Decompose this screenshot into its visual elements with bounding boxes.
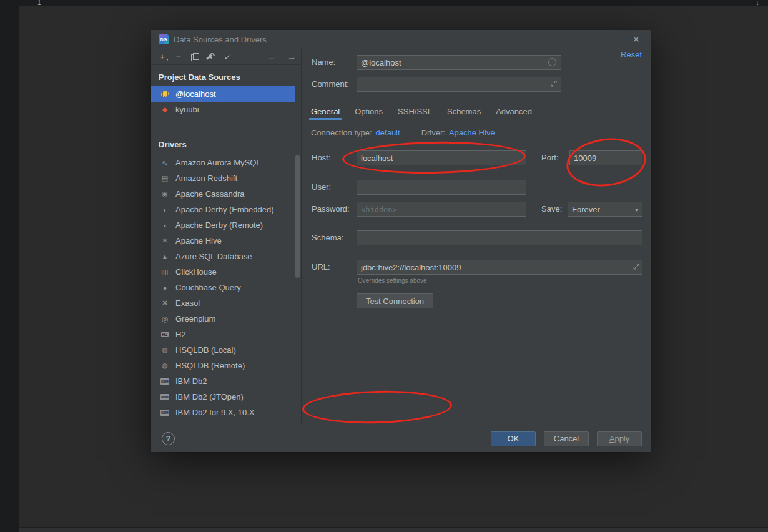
driver-label: Driver: <box>421 128 445 137</box>
exasol-icon <box>160 298 170 308</box>
port-input[interactable] <box>569 150 642 165</box>
redshift-icon <box>160 174 170 184</box>
driver-label: Amazon Aurora MySQL <box>175 158 261 167</box>
dialog-footer: ? OK Cancel Apply <box>151 425 651 452</box>
driver-item[interactable]: Azure SQL Database <box>151 249 295 264</box>
scrollbar-thumb[interactable] <box>295 155 300 278</box>
apply-button[interactable]: Apply <box>597 431 642 446</box>
connection-type-row: Connection type: default Driver: Apache … <box>311 128 495 137</box>
driver-label: Azure SQL Database <box>175 252 252 261</box>
driver-label: Exasol <box>175 298 200 308</box>
back-arrow-icon[interactable]: ← <box>265 52 278 62</box>
help-icon[interactable]: ? <box>162 432 175 445</box>
url-note: Overrides settings above <box>358 277 427 284</box>
data-source-item-localhost[interactable]: @localhost <box>151 86 295 102</box>
driver-item[interactable]: HSQLDB (Local) <box>151 342 295 358</box>
driver-item[interactable]: Amazon Redshift <box>151 170 295 186</box>
tab-general[interactable]: General <box>311 107 340 116</box>
aurora-mysql-icon <box>160 158 170 168</box>
save-dropdown[interactable]: Forever ▾ <box>568 202 642 217</box>
comment-label: Comment: <box>312 77 349 92</box>
ide-window: 1 DG Data Sources and Drivers × ← → Proj… <box>0 0 768 532</box>
schema-label: Schema: <box>312 230 343 245</box>
tab-schemas[interactable]: Schemas <box>447 107 481 116</box>
hive-bee-icon <box>160 89 170 99</box>
driver-item[interactable]: Apache Hive <box>151 233 295 249</box>
reset-link[interactable]: Reset <box>621 47 642 62</box>
expand-url-icon[interactable] <box>633 264 639 270</box>
ibm-db2-icon <box>160 392 170 402</box>
vcs-update-icon[interactable] <box>756 0 760 6</box>
driver-item[interactable]: Apache Cassandra <box>151 186 295 202</box>
chevron-down-icon: ▾ <box>635 206 638 213</box>
cassandra-icon <box>160 189 170 199</box>
add-icon[interactable] <box>157 52 167 62</box>
driver-label: HSQLDB (Remote) <box>175 361 245 370</box>
cancel-button[interactable]: Cancel <box>544 431 589 446</box>
driver-item[interactable]: Couchbase Query <box>151 280 295 295</box>
driver-link[interactable]: Apache Hive <box>449 128 495 137</box>
user-input[interactable] <box>357 180 526 195</box>
driver-label: IBM Db2 <box>175 377 207 386</box>
driver-list: Amazon Aurora MySQL Amazon Redshift Apac… <box>151 155 295 420</box>
url-input[interactable] <box>357 260 642 275</box>
data-source-label: kyuubi <box>175 105 199 114</box>
editor-line-number: 1 <box>37 0 41 6</box>
host-label: Host: <box>312 150 330 165</box>
driver-item[interactable]: Exasol <box>151 295 295 311</box>
close-icon[interactable]: × <box>629 34 643 45</box>
tab-bar-divider <box>302 119 651 119</box>
datagrip-app-icon: DG <box>159 34 169 44</box>
driver-item[interactable]: Apache Derby (Embedded) <box>151 202 295 217</box>
driver-item[interactable]: H2 <box>151 327 295 342</box>
tab-advanced[interactable]: Advanced <box>496 107 532 116</box>
driver-properties-wrench-icon[interactable] <box>206 52 216 62</box>
driver-item[interactable]: Apache Derby (Remote) <box>151 217 295 233</box>
driver-item[interactable]: Amazon Aurora MySQL <box>151 155 295 170</box>
driver-label: Greenplum <box>175 314 215 323</box>
name-label: Name: <box>312 55 335 70</box>
tab-ssh-ssl[interactable]: SSH/SSL <box>398 107 432 116</box>
driver-label: Apache Hive <box>175 236 222 245</box>
data-sources-dialog: DG Data Sources and Drivers × ← → Projec… <box>151 30 651 452</box>
driver-label: H2 <box>175 330 186 339</box>
data-sources-toolbar: ← → <box>151 49 301 65</box>
name-sync-indicator-icon <box>548 58 556 66</box>
driver-label: Apache Cassandra <box>175 189 245 199</box>
comment-input[interactable] <box>357 77 561 92</box>
host-input[interactable] <box>357 150 526 165</box>
driver-item[interactable]: IBM Db2 <box>151 373 295 389</box>
name-input[interactable] <box>357 55 561 70</box>
schema-input[interactable] <box>357 230 642 245</box>
drivers-header: Drivers <box>159 140 187 149</box>
driver-item[interactable]: IBM Db2 (JTOpen) <box>151 389 295 405</box>
driver-item[interactable]: IBM Db2 for 9.X, 10.X <box>151 405 295 420</box>
duplicate-icon[interactable] <box>190 52 200 62</box>
hsqldb-icon <box>160 345 170 355</box>
driver-item[interactable]: HSQLDB (Remote) <box>151 358 295 373</box>
data-source-item-kyuubi[interactable]: kyuubi <box>151 102 295 117</box>
remove-icon[interactable] <box>174 52 184 62</box>
driver-label: HSQLDB (Local) <box>175 345 236 355</box>
driver-label: IBM Db2 (JTOpen) <box>175 392 244 401</box>
section-separator <box>151 129 301 129</box>
driver-label: Amazon Redshift <box>175 174 237 183</box>
driver-label: Apache Derby (Remote) <box>175 220 263 230</box>
ok-button[interactable]: OK <box>491 431 536 446</box>
couchbase-icon <box>160 283 170 293</box>
driver-label: IBM Db2 for 9.X, 10.X <box>175 408 254 417</box>
expand-comment-icon[interactable] <box>551 81 557 87</box>
driver-label: Couchbase Query <box>175 283 241 292</box>
driver-item[interactable]: Greenplum <box>151 311 295 327</box>
import-icon[interactable] <box>222 52 232 62</box>
connection-type-label: Connection type: <box>311 128 372 137</box>
azure-sql-icon <box>160 252 170 262</box>
password-input[interactable] <box>357 202 526 217</box>
data-source-list: @localhost kyuubi <box>151 86 295 117</box>
test-connection-button[interactable]: Test Connection <box>357 293 433 308</box>
tab-options[interactable]: Options <box>355 107 383 116</box>
driver-item[interactable]: ClickHouse <box>151 264 295 280</box>
connection-type-link[interactable]: default <box>376 128 400 137</box>
forward-arrow-icon[interactable]: → <box>285 52 301 62</box>
driver-label: ClickHouse <box>175 267 217 277</box>
